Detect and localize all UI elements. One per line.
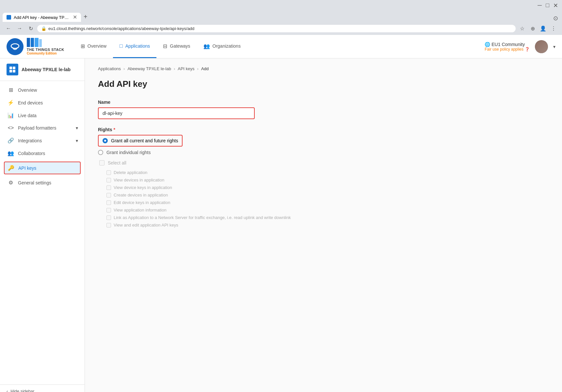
right-checkbox-delete-app[interactable]	[106, 170, 111, 175]
breadcrumb-api-keys[interactable]: API keys	[178, 66, 194, 71]
right-checkbox-edit-device-keys[interactable]	[106, 200, 111, 205]
user-avatar[interactable]	[535, 40, 548, 53]
sidebar-item-collaborators[interactable]: 👥 Collaborators	[0, 147, 85, 160]
new-tab-button[interactable]: +	[81, 12, 90, 22]
live-data-icon: 📊	[8, 112, 14, 118]
hide-sidebar-button[interactable]: ‹ Hide sidebar	[7, 389, 78, 392]
sidebar-item-payload-formatters[interactable]: <> Payload formatters ▾	[0, 122, 85, 134]
right-label-5: View application information	[114, 208, 167, 212]
hide-sidebar-label: Hide sidebar	[10, 389, 34, 392]
ttn-logo	[7, 38, 24, 55]
tts-name-text: THE THINGS STACK	[27, 48, 64, 52]
nav-right: 🌐 EU1 Community Fair use policy applies …	[485, 40, 555, 53]
right-checkbox-create-devices[interactable]	[106, 193, 111, 197]
nav-overview[interactable]: ⊞ Overview	[74, 35, 113, 58]
svg-rect-3	[9, 70, 12, 72]
right-label-7: View and edit application API keys	[114, 223, 178, 227]
profile-button[interactable]: 👤	[538, 24, 548, 33]
user-chevron-icon[interactable]: ▾	[553, 44, 555, 49]
name-input[interactable]	[98, 107, 255, 119]
grant-individual-rights-option[interactable]: Grant individual rights	[98, 148, 549, 157]
grant-all-radio-dot	[103, 138, 108, 143]
sidebar-item-integrations[interactable]: 🔗 Integrations ▾	[0, 134, 85, 147]
sidebar-item-overview[interactable]: ⊞ Overview	[0, 84, 85, 96]
select-all-option[interactable]: Select all	[98, 158, 549, 167]
sidebar-item-api-keys[interactable]: 🔑 API keys	[4, 162, 81, 174]
breadcrumb-sep-3: ›	[197, 66, 199, 71]
tab-close-button[interactable]: ✕	[73, 15, 77, 20]
overview-nav-icon: ⊞	[81, 43, 85, 49]
right-item-7: View and edit application API keys	[106, 221, 549, 229]
nav-organizations-label: Organizations	[213, 43, 241, 49]
sidebar-item-live-data[interactable]: 📊 Live data	[0, 109, 85, 122]
right-checkbox-view-app-info[interactable]	[106, 208, 111, 212]
collaborators-icon: 👥	[8, 150, 14, 156]
right-item-4: Edit device keys in application	[106, 199, 549, 206]
right-item-5: View application information	[106, 206, 549, 214]
chevron-left-icon: ‹	[7, 389, 8, 392]
address-bar[interactable]: 🔒 eu1.cloud.thethings.network/console/ap…	[37, 25, 516, 32]
grant-all-rights-option[interactable]: Grant all current and future rights	[98, 135, 183, 147]
page-title: Add API key	[98, 79, 549, 89]
sidebar-app-name: Abeeway TPXLE le-lab	[22, 67, 71, 72]
breadcrumb-sep-1: ›	[123, 66, 125, 71]
sidebar-end-devices-label: End devices	[18, 100, 43, 105]
svg-rect-1	[9, 67, 12, 69]
overview-sidebar-icon: ⊞	[8, 87, 14, 93]
url-text: eu1.cloud.thethings.network/console/appl…	[48, 26, 194, 31]
nav-organizations[interactable]: 👥 Organizations	[197, 35, 247, 58]
right-checkbox-view-devices[interactable]	[106, 178, 111, 182]
payload-formatters-chevron: ▾	[76, 125, 78, 131]
nav-gateways[interactable]: ⊟ Gateways	[156, 35, 197, 58]
right-label-1: View devices in application	[114, 178, 164, 182]
select-all-label: Select all	[108, 160, 126, 165]
sidebar-footer: ‹ Hide sidebar	[0, 384, 85, 392]
community-policy[interactable]: Fair use policy applies ❓	[485, 47, 530, 52]
close-icon[interactable]: ✕	[553, 2, 558, 9]
end-devices-icon: ⚡	[8, 100, 14, 106]
extensions-button[interactable]: ⊕	[528, 24, 537, 33]
reload-button[interactable]: ↻	[26, 24, 35, 33]
sidebar-live-data-label: Live data	[18, 113, 37, 118]
main-content: Abeeway TPXLE le-lab ⊞ Overview ⚡ End de…	[0, 58, 562, 392]
breadcrumb-app-name[interactable]: Abeeway TPXLE le-lab	[127, 66, 171, 71]
right-checkbox-link-app[interactable]	[106, 215, 111, 220]
minimize-icon[interactable]: ─	[538, 2, 542, 9]
breadcrumb-applications[interactable]: Applications	[98, 66, 121, 71]
right-item-6: Link as Application to a Network Server …	[106, 214, 302, 221]
tab-favicon	[7, 15, 11, 20]
rights-form-group: Rights * Grant all current and future ri…	[98, 127, 549, 229]
integrations-icon: 🔗	[8, 137, 14, 144]
breadcrumb: Applications › Abeeway TPXLE le-lab › AP…	[98, 66, 549, 71]
forward-button[interactable]: →	[15, 24, 24, 33]
right-checkbox-view-device-keys[interactable]	[106, 185, 111, 190]
nav-applications[interactable]: □ Applications	[113, 35, 156, 58]
rights-label: Rights *	[98, 127, 549, 132]
select-all-checkbox[interactable]	[99, 160, 104, 165]
sidebar-overview-label: Overview	[18, 87, 37, 93]
right-item-3: Create devices in application	[106, 191, 549, 199]
tts-edition-text: Community Edition	[27, 52, 64, 55]
bookmark-button[interactable]: ☆	[518, 24, 527, 33]
nav-overview-label: Overview	[88, 43, 106, 49]
sidebar-general-settings-label: General settings	[18, 180, 51, 185]
more-options-button[interactable]: ⋮	[549, 24, 558, 33]
nav-gateways-label: Gateways	[170, 43, 190, 49]
sidebar-api-keys-label: API keys	[18, 165, 36, 171]
required-indicator: *	[114, 127, 115, 132]
browser-menu-icon[interactable]: ⊙	[553, 15, 558, 22]
applications-nav-icon: □	[120, 43, 123, 49]
lock-icon: 🔒	[41, 26, 46, 31]
back-button[interactable]: ←	[4, 24, 13, 33]
right-item-2: View device keys in application	[106, 184, 549, 191]
name-form-group: Name	[98, 100, 549, 119]
sidebar-collaborators-label: Collaborators	[18, 151, 45, 156]
right-checkbox-view-edit-api-keys[interactable]	[106, 223, 111, 227]
tts-stack-logo: THE THINGS STACK Community Edition	[27, 38, 64, 55]
name-label: Name	[98, 100, 549, 105]
browser-tab[interactable]: Add API key - Abeeway TPXLE le... ✕	[3, 13, 81, 22]
maximize-icon[interactable]: □	[546, 2, 549, 9]
sidebar-item-end-devices[interactable]: ⚡ End devices	[0, 96, 85, 109]
integrations-chevron: ▾	[76, 138, 78, 143]
sidebar-item-general-settings[interactable]: ⚙ General settings	[0, 176, 85, 189]
